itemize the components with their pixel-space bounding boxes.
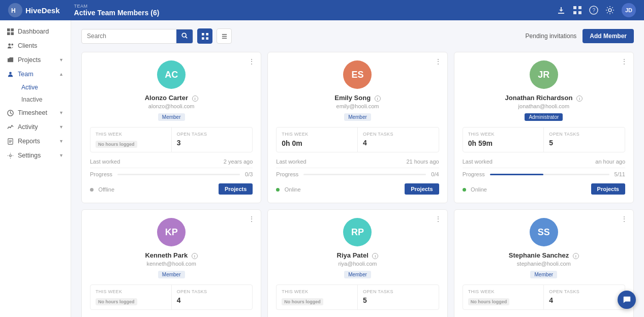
this-week-box: THIS WEEK No hours logged bbox=[277, 285, 358, 309]
sidebar-label-clients: Clients bbox=[18, 42, 37, 49]
card-menu-dots[interactable]: ⋮ bbox=[248, 57, 256, 66]
info-icon[interactable]: i bbox=[372, 253, 378, 259]
sidebar-item-timesheet[interactable]: Timesheet ▼ bbox=[0, 106, 71, 120]
card-menu-dots[interactable]: ⋮ bbox=[621, 215, 628, 223]
chat-bubble[interactable] bbox=[618, 291, 636, 309]
member-email: riya@hooli.com bbox=[276, 261, 439, 267]
member-email: alonzo@hooli.com bbox=[90, 103, 253, 109]
svg-text:?: ? bbox=[593, 8, 596, 13]
projects-chevron: ▼ bbox=[59, 57, 64, 62]
this-week-box: THIS WEEK 0h 59m bbox=[463, 128, 544, 152]
list-view-btn[interactable] bbox=[217, 28, 232, 44]
open-tasks-label: OPEN TASKS bbox=[363, 132, 434, 137]
last-worked-value: 2 years ago bbox=[224, 158, 253, 165]
grid-view-btn[interactable] bbox=[197, 28, 212, 44]
sidebar-item-team[interactable]: Team ▲ bbox=[0, 67, 71, 81]
last-worked-label: Last worked bbox=[463, 158, 493, 165]
info-icon[interactable]: i bbox=[576, 96, 582, 102]
open-tasks-box: OPEN TASKS 4 bbox=[172, 285, 253, 309]
svg-point-15 bbox=[9, 72, 12, 74]
sidebar-item-activity[interactable]: Activity ▼ bbox=[0, 120, 71, 134]
projects-button[interactable]: Projects bbox=[219, 183, 253, 195]
card-menu-dots[interactable]: ⋮ bbox=[435, 215, 442, 223]
grid-icon[interactable] bbox=[573, 6, 582, 15]
search-input[interactable] bbox=[82, 29, 176, 43]
sidebar-item-reports[interactable]: Reports ▼ bbox=[0, 134, 71, 148]
stats-row: THIS WEEK No hours logged OPEN TASKS 5 bbox=[276, 284, 439, 310]
member-name: Alonzo Carter i bbox=[90, 94, 253, 102]
main-content: Pending invitations Add Member ⋮ AC Alon… bbox=[71, 20, 644, 317]
sidebar-item-inactive[interactable]: Inactive bbox=[14, 93, 71, 106]
this-week-label: THIS WEEK bbox=[282, 289, 352, 294]
sidebar-label-projects: Projects bbox=[18, 56, 41, 64]
stats-row: THIS WEEK No hours logged OPEN TASKS 3 bbox=[90, 127, 253, 152]
progress-bar bbox=[117, 174, 240, 175]
avatar-wrap: JR bbox=[463, 60, 625, 89]
pending-invitations-link[interactable]: Pending invitations bbox=[526, 33, 577, 40]
role-badge-wrap: Member bbox=[90, 271, 253, 278]
avatar: AC bbox=[157, 60, 186, 89]
sidebar-item-dashboard[interactable]: Dashboard bbox=[0, 24, 71, 39]
search-box bbox=[81, 29, 193, 44]
member-name: Emily Song i bbox=[276, 94, 439, 102]
sidebar-item-clients[interactable]: Clients bbox=[0, 39, 71, 53]
projects-button[interactable]: Projects bbox=[405, 183, 439, 195]
open-tasks-value: 4 bbox=[177, 296, 248, 304]
card-menu-dots[interactable]: ⋮ bbox=[621, 57, 628, 66]
no-hours-label: No hours logged bbox=[468, 298, 510, 305]
progress-value: 5/11 bbox=[615, 171, 625, 177]
last-worked-row: Last worked an hour ago bbox=[463, 158, 625, 168]
avatar: ES bbox=[343, 60, 372, 89]
open-tasks-value: 4 bbox=[549, 296, 620, 304]
this-week-box: THIS WEEK No hours logged bbox=[90, 128, 172, 152]
info-icon[interactable]: i bbox=[192, 253, 198, 259]
avatar-wrap: SS bbox=[463, 218, 625, 246]
sidebar: Dashboard Clients Projects ▼ Team ▲ Acti… bbox=[0, 20, 71, 317]
status-indicator: Online bbox=[463, 184, 487, 194]
this-week-box: THIS WEEK No hours logged bbox=[90, 285, 172, 309]
this-week-label: THIS WEEK bbox=[468, 132, 539, 137]
team-label: TEAM bbox=[74, 4, 160, 9]
open-tasks-box: OPEN TASKS 5 bbox=[358, 285, 439, 309]
status-text: Online bbox=[471, 186, 487, 193]
sidebar-item-settings[interactable]: Settings ▼ bbox=[0, 148, 71, 163]
role-badge: Member bbox=[344, 271, 371, 278]
sidebar-label-activity: Activity bbox=[18, 123, 38, 131]
logo[interactable]: H HiveDesk bbox=[8, 3, 60, 17]
user-avatar-nav[interactable]: JD bbox=[622, 3, 636, 17]
member-name: Kenneth Park i bbox=[90, 251, 253, 259]
avatar-wrap: RP bbox=[276, 218, 439, 246]
members-grid: ⋮ AC Alonzo Carter i alonzo@hooli.com Me… bbox=[81, 52, 634, 317]
open-tasks-value: 5 bbox=[549, 139, 620, 147]
svg-rect-25 bbox=[206, 33, 208, 36]
info-icon[interactable]: i bbox=[573, 253, 579, 259]
member-card: ⋮ KP Kenneth Park i kenneth@hooli.com Me… bbox=[81, 209, 261, 317]
last-worked-label: Last worked bbox=[276, 158, 306, 165]
toolbar: Pending invitations Add Member bbox=[81, 28, 634, 44]
download-icon[interactable] bbox=[557, 6, 566, 15]
sidebar-label-dashboard: Dashboard bbox=[18, 28, 49, 35]
help-icon[interactable]: ? bbox=[589, 6, 598, 15]
settings-icon[interactable] bbox=[605, 6, 615, 15]
sidebar-label-team: Team bbox=[18, 71, 34, 78]
nav-right-icons: ? JD bbox=[557, 3, 636, 17]
open-tasks-value: 5 bbox=[363, 296, 434, 304]
add-member-button[interactable]: Add Member bbox=[582, 29, 634, 43]
member-email: stephanie@hooli.com bbox=[463, 261, 625, 267]
status-dot bbox=[463, 188, 466, 192]
member-email: jonathan@hooli.com bbox=[463, 103, 625, 109]
card-menu-dots[interactable]: ⋮ bbox=[248, 215, 256, 223]
svg-point-22 bbox=[182, 33, 186, 37]
search-button[interactable] bbox=[176, 29, 193, 43]
status-dot bbox=[276, 188, 280, 192]
open-tasks-label: OPEN TASKS bbox=[177, 132, 248, 137]
projects-button[interactable]: Projects bbox=[591, 183, 625, 195]
status-indicator: Online bbox=[276, 184, 300, 194]
info-icon[interactable]: i bbox=[192, 96, 198, 102]
info-icon[interactable]: i bbox=[375, 96, 381, 102]
svg-rect-4 bbox=[573, 11, 576, 14]
card-menu-dots[interactable]: ⋮ bbox=[435, 57, 442, 66]
open-tasks-value: 3 bbox=[177, 139, 248, 147]
sidebar-item-active[interactable]: Active bbox=[14, 81, 71, 93]
sidebar-item-projects[interactable]: Projects ▼ bbox=[0, 53, 71, 67]
